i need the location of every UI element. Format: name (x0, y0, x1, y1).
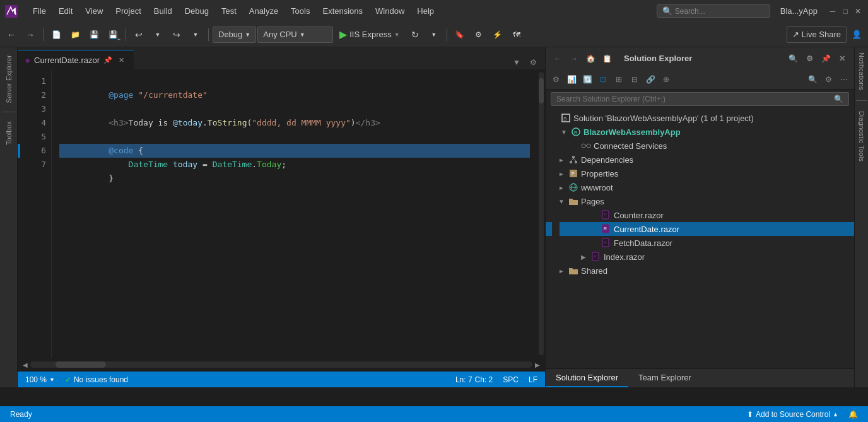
se-view-btn[interactable]: 📋 (600, 52, 614, 66)
pages-node[interactable]: ▼ Pages (546, 194, 854, 208)
se-scrollbar[interactable] (552, 110, 560, 325)
refresh-button[interactable]: ↻ (406, 26, 424, 44)
solution-explorer-tab[interactable]: Solution Explorer (546, 369, 628, 387)
se-settings-btn2[interactable]: ⚙ (821, 72, 836, 87)
bookmark-button[interactable]: 🔖 (451, 26, 469, 44)
solution-node[interactable]: ▼ S Solution 'BlazorWebAssemblyApp' (1 o… (546, 111, 854, 125)
se-more-btn[interactable]: ⋯ (836, 72, 852, 87)
se-pin-btn[interactable]: 📌 (819, 52, 833, 66)
wwwroot-node[interactable]: ▶ wwwroot (546, 180, 854, 194)
undo-button[interactable]: ↩ (130, 26, 148, 44)
redo-button[interactable]: ↪ (168, 26, 185, 44)
hscrollbar-thumb[interactable] (56, 361, 106, 368)
method-tostring: ToString (208, 118, 247, 127)
profile-button[interactable]: 👤 (848, 26, 865, 44)
menu-build[interactable]: Build (149, 5, 177, 17)
index-razor-node[interactable]: ▶ R Index.razor (546, 250, 854, 264)
project-node[interactable]: ▼ B BlazorWebAssemblyApp (546, 125, 854, 139)
se-toolbar-btn-1[interactable]: ⚙ (548, 72, 563, 87)
tab-close-button[interactable]: ✕ (116, 55, 126, 65)
tab-list-button[interactable]: ▼ (510, 56, 524, 69)
menu-analyze[interactable]: Analyze (244, 5, 283, 17)
refresh-dropdown[interactable]: ▼ (425, 26, 443, 44)
svg-rect-7 (570, 161, 572, 163)
se-home-btn[interactable]: 🏠 (584, 52, 597, 66)
se-settings-btn[interactable]: ⚙ (802, 52, 816, 66)
tab-pin-icon[interactable]: 📌 (103, 56, 112, 64)
line-ending-status[interactable]: LF (526, 372, 540, 387)
se-search-input[interactable] (556, 95, 834, 103)
encoding-status[interactable]: SPC (500, 372, 521, 387)
scroll-left-arrow[interactable]: ◀ (23, 361, 28, 368)
menu-file[interactable]: File (28, 5, 51, 17)
server-explorer-tab[interactable]: Server Explorer (4, 50, 14, 108)
shared-node[interactable]: ▶ Shared (546, 264, 854, 278)
se-search-box[interactable]: 🔍 (551, 92, 849, 106)
back-button[interactable]: ← (3, 26, 20, 44)
menu-window[interactable]: Window (370, 5, 409, 17)
menu-help[interactable]: Help (412, 5, 439, 17)
se-toolbar-btn-3[interactable]: 🔃 (580, 72, 595, 87)
save-all-button[interactable]: 💾+ (104, 26, 122, 44)
scrollbar-track[interactable] (539, 72, 544, 355)
zoom-control[interactable]: 100 % ▼ (23, 372, 57, 387)
undo-dropdown-button[interactable]: ▼ (149, 26, 167, 44)
notifications-tab[interactable]: Notifications (857, 47, 867, 95)
editor-scrollbar[interactable] (537, 69, 545, 358)
minimize-button[interactable]: ─ (828, 6, 838, 16)
menu-tools[interactable]: Tools (286, 5, 315, 17)
debug-config-dropdown[interactable]: Debug ▼ (213, 26, 256, 43)
se-toolbar-btn-5[interactable]: ⊞ (611, 72, 626, 87)
global-search[interactable]: 🔍 Search... (657, 4, 770, 18)
properties-node[interactable]: ▶ P Properties (546, 167, 854, 180)
liveshare-button[interactable]: ↗ Live Share (787, 26, 847, 43)
dependencies-node[interactable]: ▶ Dependencies (546, 153, 854, 167)
scroll-right-arrow[interactable]: ▶ (535, 361, 540, 368)
maximize-button[interactable]: □ (840, 6, 850, 16)
currentdate-razor-node[interactable]: R CurrentDate.razor (546, 222, 854, 236)
menu-extensions[interactable]: Extensions (317, 5, 368, 17)
hscrollbar-track[interactable] (30, 361, 532, 368)
se-toolbar-btn-8[interactable]: ⊕ (659, 72, 674, 87)
platform-dropdown[interactable]: Any CPU ▼ (257, 26, 333, 43)
notification-bell[interactable]: 🔔 (846, 406, 860, 422)
currentdate-tab[interactable]: ◆ CurrentDate.razor 📌 ✕ (18, 50, 134, 69)
connected-services-node[interactable]: Connected Services (546, 139, 854, 153)
se-filter-btn[interactable]: 🔍 (805, 72, 820, 87)
forward-button[interactable]: → (21, 26, 39, 44)
close-button[interactable]: ✕ (853, 6, 863, 16)
new-file-button[interactable]: 📄 (47, 26, 65, 44)
fetchdata-razor-node[interactable]: R FetchData.razor (546, 236, 854, 250)
line-col-status[interactable]: Ln: 7 Ch: 2 (453, 372, 495, 387)
add-source-control[interactable]: ⬆ Add to Source Control ▲ (744, 406, 841, 422)
se-toolbar-btn-7[interactable]: 🔗 (643, 72, 658, 87)
menu-debug[interactable]: Debug (180, 5, 214, 17)
toolbox-tab[interactable]: Toolbox (4, 116, 14, 150)
diagnostic-tools-tab[interactable]: Diagnostic Tools (857, 106, 867, 167)
se-fwd-btn[interactable]: → (567, 52, 581, 66)
counter-razor-node[interactable]: R Counter.razor (546, 208, 854, 222)
se-toolbar-btn-4-active[interactable]: ⊡ (595, 72, 611, 87)
open-button[interactable]: 📁 (66, 26, 84, 44)
code-editor[interactable]: 1 2 3 4 5 6 7 @page "/currentdate" <h3>T… (18, 69, 545, 358)
menu-view[interactable]: View (80, 5, 108, 17)
menu-test[interactable]: Test (216, 5, 242, 17)
team-explorer-tab[interactable]: Team Explorer (628, 369, 701, 387)
save-button[interactable]: 💾 (85, 26, 103, 44)
se-search-btn[interactable]: 🔍 (786, 52, 800, 66)
code-content[interactable]: @page "/currentdate" <h3>Today is @today… (52, 69, 537, 358)
run-button[interactable]: ▶ IIS Express ▼ (334, 26, 404, 43)
scrollbar-thumb[interactable] (539, 78, 544, 103)
nav-view-button[interactable]: 🗺 (508, 26, 525, 44)
menu-project[interactable]: Project (110, 5, 146, 17)
se-toolbar-btn-6[interactable]: ⊟ (627, 72, 642, 87)
se-back-btn[interactable]: ← (551, 52, 565, 66)
perf-button[interactable]: ⚡ (489, 26, 507, 44)
menu-edit[interactable]: Edit (54, 5, 78, 17)
tab-settings-button[interactable]: ⚙ (526, 56, 540, 69)
redo-dropdown-button[interactable]: ▼ (187, 26, 204, 44)
se-close-btn[interactable]: ✕ (835, 52, 849, 66)
se-toolbar-btn-2[interactable]: 📊 (564, 72, 579, 87)
solution-config-button[interactable]: ⚙ (470, 26, 488, 44)
issues-status[interactable]: ✓ No issues found (62, 372, 131, 387)
